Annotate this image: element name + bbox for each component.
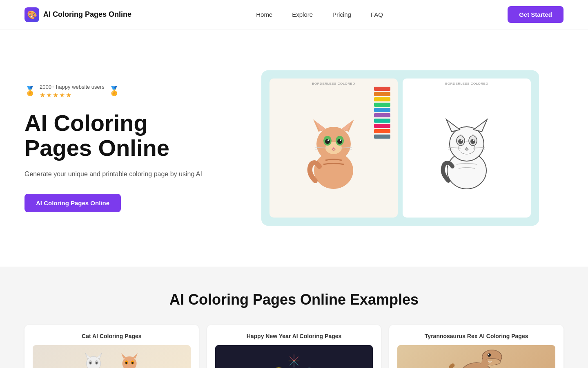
nav-link-pricing[interactable]: Pricing [332,11,351,18]
example-card-trex: Tyrannosaurus Rex AI Coloring Pages [389,325,564,368]
examples-title: AI Coloring Pages Online Examples [24,291,564,308]
example-card-newyear: Happy New Year AI Coloring Pages [207,325,381,368]
colored-cat-svg [303,107,364,189]
star-4: ★ [59,91,65,99]
svg-point-9 [325,139,330,144]
color-pencils [374,87,394,139]
outline-label: BORDERLESS COLORED [445,82,488,85]
svg-point-10 [337,139,342,144]
outline-cat-container: BORDERLESS COLORED [403,79,531,218]
example-cats-image [33,345,191,368]
svg-point-47 [125,362,127,364]
get-started-button[interactable]: Get Started [508,6,564,23]
svg-marker-35 [85,353,91,359]
example-card-cats-title: Cat AI Coloring Pages [33,333,191,339]
hero-left: 🏅 2000+ happy website users ★ ★ ★ ★ ★ 🏅 … [24,84,237,213]
star-3: ★ [53,91,58,99]
logo-text: AI Coloring Pages Online [43,10,131,19]
svg-marker-44 [133,353,138,359]
hero-section: 🏅 2000+ happy website users ★ ★ ★ ★ ★ 🏅 … [0,29,588,267]
star-2: ★ [46,91,52,99]
hero-description: Generate your unique and printable color… [24,169,220,180]
nav-link-home[interactable]: Home [256,11,272,18]
examples-grid: Cat AI Coloring Pages [24,325,564,368]
outline-cat-svg [436,107,497,189]
svg-marker-43 [121,353,127,359]
example-newyear-image: Happy New Year [215,345,373,368]
svg-marker-20 [446,119,460,132]
svg-point-28 [473,139,474,141]
hero-image-colored: BORDERLESS COLORED [270,79,398,218]
nav-logo[interactable]: 🎨 AI Coloring Pages Online [24,7,131,22]
svg-marker-36 [97,353,102,359]
cats-preview-colored-svg [113,349,146,368]
svg-point-70 [487,353,490,357]
hero-title: AI Coloring Pages Online [24,110,220,161]
svg-point-39 [89,362,91,364]
example-card-newyear-title: Happy New Year AI Coloring Pages [215,333,373,339]
hero-image-outline: BORDERLESS COLORED [403,79,531,218]
cats-preview-svg [77,349,110,368]
trex-preview-svg [448,347,505,368]
hero-image-frame: BORDERLESS COLORED [261,70,539,226]
example-trex-image [397,345,555,368]
svg-point-11 [327,139,329,141]
star-1: ★ [40,91,45,99]
colored-cat-illustration: BORDERLESS COLORED [270,79,398,218]
hero-right: BORDERLESS COLORED [237,70,564,226]
svg-point-12 [340,139,341,141]
svg-point-26 [470,139,475,144]
logo-icon: 🎨 [24,7,39,22]
colored-label: BORDERLESS COLORED [312,82,355,85]
laurel-right-icon: 🏅 [109,86,120,96]
svg-marker-21 [474,119,487,132]
social-proof: 🏅 2000+ happy website users ★ ★ ★ ★ ★ 🏅 [24,84,220,99]
nav-link-faq[interactable]: FAQ [371,11,383,18]
laurel-left-icon: 🏅 [24,86,36,96]
example-card-trex-title: Tyrannosaurus Rex AI Coloring Pages [397,333,555,339]
svg-point-71 [488,354,489,355]
svg-point-48 [131,362,134,364]
examples-section: AI Coloring Pages Online Examples Cat AI… [0,267,588,368]
star-rating: ★ ★ ★ ★ ★ [40,91,105,99]
nav-links: Home Explore Pricing FAQ [256,11,383,18]
star-5: ★ [66,91,71,99]
hero-cta-button[interactable]: AI Coloring Pages Online [24,194,121,212]
nav-link-explore[interactable]: Explore [292,11,313,18]
social-proof-text: 2000+ happy website users [40,84,105,90]
newyear-preview-svg: Happy New Year [261,347,327,368]
example-card-cats: Cat AI Coloring Pages [24,325,199,368]
svg-point-40 [96,362,98,364]
svg-point-25 [458,139,463,144]
svg-point-27 [461,139,462,141]
navbar: 🎨 AI Coloring Pages Online Home Explore … [0,0,588,29]
